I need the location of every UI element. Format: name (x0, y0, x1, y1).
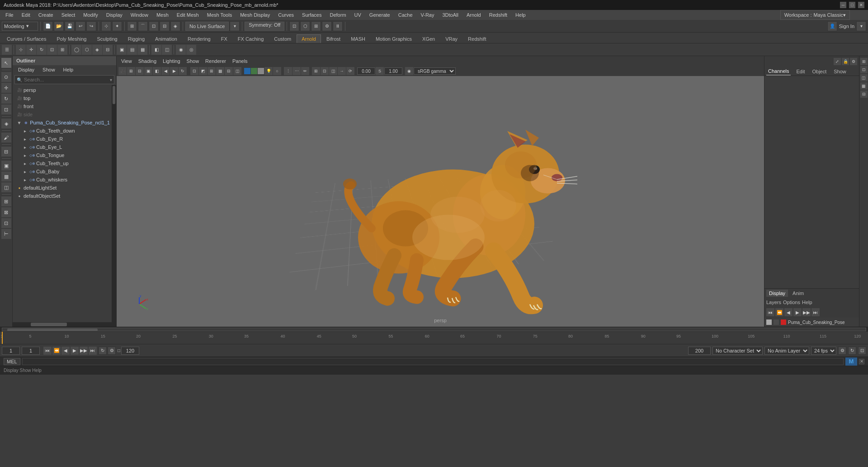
workspace-dropdown[interactable]: Workspace : Maya Classic▾ (780, 10, 850, 20)
play-to-start[interactable]: ⏮ (766, 308, 774, 316)
timeline-panel[interactable]: 1 5 10 15 20 25 30 35 40 45 50 55 60 65 … (0, 331, 868, 344)
menu-deform[interactable]: Deform (326, 11, 349, 19)
menu-help[interactable]: Help (512, 11, 529, 19)
playback-end-input[interactable] (121, 347, 139, 355)
toolbar-icon-soft-mod[interactable]: ◯ (71, 45, 81, 55)
menu-mesh-display[interactable]: Mesh Display (236, 11, 274, 19)
vp-menu-show[interactable]: Show (184, 57, 202, 65)
vp-icon-dots2[interactable]: ⋯ (292, 67, 301, 75)
toolbar-icon-g[interactable]: ◎ (186, 45, 196, 55)
sign-in-button[interactable]: 👤 (827, 21, 837, 31)
tree-item-eye-l[interactable]: ▸ ◇⊕ Cub_Eye_L (13, 143, 112, 151)
toolbar-icon-transform[interactable]: ⊞ (57, 45, 67, 55)
render-frame-button[interactable]: ⊡ (289, 21, 299, 31)
settings-btn[interactable]: ⚙ (108, 347, 116, 355)
vp-icon-grid-2[interactable]: ⊟ (136, 67, 144, 75)
menu-generate[interactable]: Generate (366, 11, 394, 19)
pb-prev-key[interactable]: ⏪ (52, 347, 61, 355)
vp-menu-lighting[interactable]: Lighting (160, 57, 183, 65)
render-settings-button[interactable]: ⚙ (322, 21, 332, 31)
da-tab-anim[interactable]: Anim (790, 290, 807, 297)
tool-paint[interactable]: 🖌 (1, 133, 11, 143)
tab-bifrost[interactable]: Bifrost (321, 34, 345, 43)
rp-tab-channels[interactable]: Channels (766, 67, 791, 76)
tool-select[interactable]: ↖ (1, 58, 11, 68)
close-button[interactable]: ✕ (858, 2, 864, 8)
far-right-btn-4[interactable]: ▦ (860, 82, 868, 90)
show-render-button[interactable]: ⊞ (311, 21, 321, 31)
tree-item-side[interactable]: 🎥 side (13, 110, 112, 119)
pause-button[interactable]: ⏸ (333, 21, 343, 31)
maya-m-icon[interactable]: M (845, 357, 857, 366)
outliner-menu-display[interactable]: Display (14, 66, 38, 73)
menu-mesh-tools[interactable]: Mesh Tools (203, 11, 236, 19)
rp-icon-3[interactable]: ⚙ (850, 58, 857, 65)
vp-icon-view-c[interactable]: ⊞ (208, 67, 216, 75)
tool-scale[interactable]: ⊡ (1, 105, 11, 114)
tool-type[interactable]: ⊟ (1, 147, 11, 157)
loop-btn[interactable]: ↻ (99, 347, 107, 355)
maximize-button[interactable]: □ (849, 2, 855, 8)
far-right-btn-1[interactable]: ⊞ (860, 58, 868, 65)
rp-icon-1[interactable]: ⤢ (834, 58, 841, 65)
layer-vis-toggle[interactable] (766, 319, 772, 325)
timeline-current-frame[interactable] (2, 332, 3, 344)
toolbar-icon-a[interactable]: ▣ (117, 45, 127, 55)
tool-grid-3[interactable]: ⊡ (1, 218, 11, 228)
tree-item-front[interactable]: 🎥 front (13, 102, 112, 110)
snap-curve-button[interactable]: ⌒ (138, 21, 148, 31)
toolbar-icon-1[interactable]: ☰ (2, 45, 12, 55)
ipr-render-button[interactable]: ⬡ (300, 21, 310, 31)
outliner-menu-show[interactable]: Show (39, 66, 59, 73)
pb-next-frame[interactable]: ▶▶ (80, 347, 88, 355)
tool-rotate[interactable]: ↻ (1, 94, 11, 104)
tool-lasso[interactable]: ⊙ (1, 72, 11, 82)
rp-tab-show[interactable]: Show (832, 68, 848, 75)
toolbar-icon-c[interactable]: ▦ (137, 45, 147, 55)
toolbar-icon-rotate[interactable]: ↻ (37, 45, 47, 55)
outliner-search-box[interactable]: 🔍 ▾ (14, 75, 114, 84)
outliner-vscroll[interactable] (112, 85, 116, 322)
menu-file[interactable]: File (2, 11, 17, 19)
start-frame-input[interactable] (2, 347, 20, 355)
tab-rigging[interactable]: Rigging (123, 34, 150, 43)
fps-select[interactable]: 24 fps (811, 347, 836, 355)
tab-curves-surfaces[interactable]: Curves / Surfaces (2, 34, 51, 43)
toolbar-icon-lattice[interactable]: ⬡ (82, 45, 92, 55)
menu-vray[interactable]: V-Ray (417, 11, 438, 19)
vp-icon-dots[interactable]: ⋮ (284, 67, 292, 75)
vp-icon-s[interactable]: S (376, 67, 384, 75)
tab-custom[interactable]: Custom (269, 34, 296, 43)
tree-item-baby[interactable]: ▸ ◇⊕ Cub_Baby (13, 167, 112, 176)
layers-btn-layers[interactable]: Layers (766, 300, 781, 305)
play-prev-frame[interactable]: ⏪ (775, 308, 783, 316)
mel-indicator[interactable]: MEL (4, 358, 20, 365)
tab-rendering[interactable]: Rendering (183, 34, 216, 43)
vp-icon-color-c[interactable] (258, 68, 264, 74)
snap-view-button[interactable]: ⊟ (160, 21, 170, 31)
timeline-hscroll-track[interactable] (2, 328, 866, 331)
vp-menu-panels[interactable]: Panels (230, 57, 250, 65)
tool-move[interactable]: ✛ (1, 83, 11, 93)
menu-arnold[interactable]: Arnold (463, 11, 485, 19)
menu-surfaces[interactable]: Surfaces (298, 11, 325, 19)
pb-to-start[interactable]: ⏮ (43, 347, 52, 355)
snap-grid-button[interactable]: ⊞ (127, 21, 137, 31)
no-anim-layer-select[interactable]: No Anim Layer (764, 347, 809, 355)
snap-surface-button[interactable]: ◈ (170, 21, 180, 31)
far-right-btn-2[interactable]: ⊡ (860, 66, 868, 73)
menu-edit[interactable]: Edit (18, 11, 34, 19)
far-right-btn-3[interactable]: ◫ (860, 74, 868, 81)
layer-p-toggle[interactable] (774, 319, 779, 325)
vp-icon-circle[interactable]: ○ (273, 67, 281, 75)
workspace-mode-dropdown[interactable]: Modeling ▾ (2, 22, 38, 31)
vp-icon-arrow-2[interactable]: → (338, 67, 346, 75)
live-surface-toggle[interactable]: ▾ (230, 21, 240, 31)
vp-gamma-dropdown[interactable]: sRGB gamma (414, 67, 456, 75)
rp-icon-2[interactable]: 🔒 (842, 58, 849, 65)
vp-icon-grid-7[interactable]: ◫ (329, 67, 337, 75)
tab-mash[interactable]: MASH (346, 34, 370, 43)
menu-curves[interactable]: Curves (274, 11, 297, 19)
vp-icon-grid-4[interactable]: ◧ (153, 67, 161, 75)
pb-prev-frame[interactable]: ◀ (61, 347, 70, 355)
